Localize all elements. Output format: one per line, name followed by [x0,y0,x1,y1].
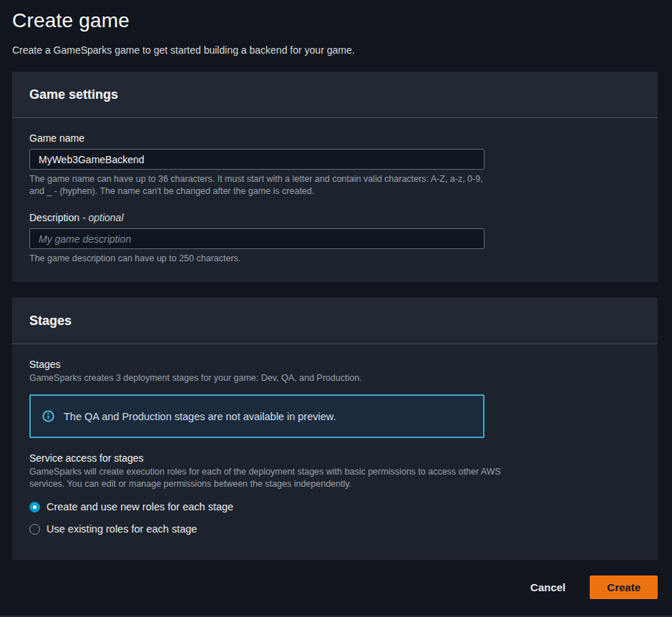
service-access-field: Service access for stages GameSparks wil… [29,452,641,490]
game-settings-header: Game settings [12,72,658,118]
page-subtitle: Create a GameSparks game to get started … [12,44,658,56]
alert-text: The QA and Production stages are not ava… [64,411,336,422]
create-game-page: Create game Create a GameSparks game to … [0,0,672,599]
game-name-input[interactable] [29,149,484,170]
radio-use-existing-roles[interactable]: Use existing roles for each stage [29,520,641,538]
radio-create-new-roles-label: Create and use new roles for each stage [47,501,233,512]
radio-button-icon[interactable] [29,524,40,535]
game-name-field: Game name The game name can have up to 3… [29,132,641,198]
stages-body: Stages GameSparks creates 3 deployment s… [12,344,658,560]
service-access-help: GameSparks will create execution roles f… [29,466,502,490]
description-label: Description - optional [29,212,641,223]
preview-info-alert: The QA and Production stages are not ava… [29,394,484,438]
description-input[interactable] [29,228,484,249]
stages-field-label: Stages [29,359,641,370]
description-label-text: Description [29,212,79,223]
radio-button-icon[interactable] [29,502,40,512]
create-button[interactable]: Create [590,575,658,599]
footer-actions: Cancel Create [12,575,658,599]
radio-use-existing-roles-label: Use existing roles for each stage [47,523,197,535]
game-settings-heading: Game settings [29,87,641,102]
service-access-radio-group: Create and use new roles for each stage … [29,498,641,538]
cancel-button[interactable]: Cancel [525,577,571,598]
stages-field-help: GameSparks creates 3 deployment stages f… [29,372,487,384]
info-icon [42,410,54,422]
stages-panel: Stages Stages GameSparks creates 3 deplo… [12,298,658,560]
description-optional-suffix: - optional [82,212,124,223]
game-name-label: Game name [29,132,641,144]
stages-heading: Stages [29,314,641,329]
service-access-label: Service access for stages [29,452,641,464]
game-name-help: The game name can have up to 36 characte… [29,173,487,198]
stages-header: Stages [12,298,658,344]
stages-field: Stages GameSparks creates 3 deployment s… [29,359,641,384]
page-title: Create game [12,9,658,32]
description-help: The game description can have up to 250 … [29,253,487,265]
radio-create-new-roles[interactable]: Create and use new roles for each stage [29,498,641,515]
game-settings-panel: Game settings Game name The game name ca… [12,72,658,282]
description-field: Description - optional The game descript… [29,212,641,265]
game-settings-body: Game name The game name can have up to 3… [12,118,658,282]
